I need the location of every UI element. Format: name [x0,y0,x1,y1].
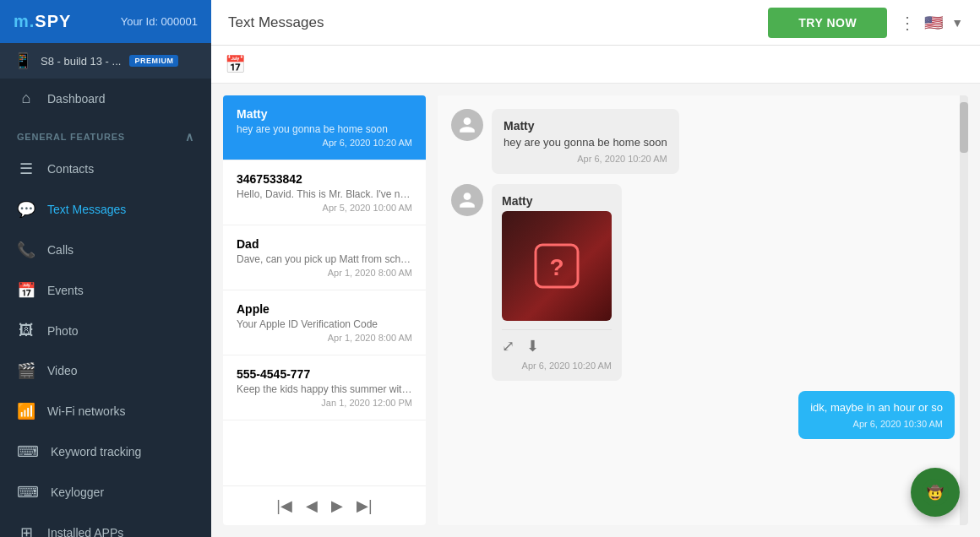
keylogger-label: Keylogger [51,485,104,499]
bubble-text: idk, maybe in an hour or so [810,401,943,414]
sidebar-item-installed-apps[interactable]: ⊞ Installed APPs [0,513,211,537]
chevron-down-icon[interactable]: ▼ [951,16,963,30]
chat-bubble-sent: idk, maybe in an hour or so Apr 6, 2020 … [798,391,955,439]
chat-icon: 💬 [17,200,35,219]
first-page-button[interactable]: |◀ [273,495,296,517]
message-time: Apr 6, 2020 10:20 AM [237,138,412,148]
chat-scroll: Matty hey are you gonna be home soon Apr… [438,95,968,525]
keyboard-icon: ⌨ [17,442,39,461]
message-bubble-row: Matty ? ⤢ ⬇ [451,184,955,381]
top-bar-icons: ⋮ 🇺🇸 ▼ [899,13,963,33]
sidebar-item-keylogger[interactable]: ⌨ Keylogger [0,472,211,513]
top-bar: Text Messages TRY NOW ⋮ 🇺🇸 ▼ [211,0,980,46]
message-bubble-row: Matty hey are you gonna be home soon Apr… [451,109,955,174]
sidebar-item-wifi[interactable]: 📶 Wi-Fi networks [0,391,211,431]
bubble-text: hey are you gonna be home soon [504,136,667,149]
svg-text:?: ? [549,254,564,280]
support-button[interactable]: 🤠 [911,468,960,517]
contacts-icon: ☰ [17,160,35,178]
wifi-label: Wi-Fi networks [47,404,126,418]
message-preview: Hello, David. This is Mr. Black. I've no… [237,188,412,200]
video-label: Video [47,364,78,377]
photo-icon: 🖼 [17,322,35,339]
next-page-button[interactable]: ▶ [328,495,346,517]
sidebar-item-events[interactable]: 📅 Events [0,270,211,311]
message-list: Matty hey are you gonna be home soon Apr… [223,95,426,525]
bubble-time: Apr 6, 2020 10:20 AM [504,154,667,164]
sidebar-item-photo[interactable]: 🖼 Photo [0,311,211,350]
message-preview: Keep the kids happy this summer with ... [237,383,412,395]
list-item[interactable]: 555-4545-777 Keep the kids happy this su… [223,355,426,420]
video-icon: 🎬 [17,361,35,380]
content-wrapper: 📅 Matty hey are you gonna be home soon A… [211,46,980,537]
expand-button[interactable]: ⤢ [502,337,514,355]
sidebar-item-keyword-tracking[interactable]: ⌨ Keyword tracking [0,431,211,472]
app-logo: m.SPY [14,12,71,31]
sidebar-item-calls[interactable]: 📞 Calls [0,230,211,270]
keylogger-icon: ⌨ [17,483,39,502]
sidebar-item-contacts[interactable]: ☰ Contacts [0,149,211,189]
message-preview: hey are you gonna be home soon [237,123,412,135]
sidebar: m.SPY Your Id: 000001 📱 S8 - build 13 - … [0,0,211,537]
download-button[interactable]: ⬇ [526,337,539,355]
keyword-tracking-label: Keyword tracking [51,445,141,458]
contacts-label: Contacts [47,162,94,176]
message-sender: Dad [237,237,412,251]
section-general-features: GENERAL FEATURES ∧ [0,118,211,149]
home-icon: ⌂ [17,90,35,107]
message-preview: Your Apple ID Verification Code [237,318,412,330]
chevron-up-icon: ∧ [185,130,194,144]
pagination: |◀ ◀ ▶ ▶| [223,485,426,525]
chat-panel: Matty hey are you gonna be home soon Apr… [438,95,968,525]
sidebar-item-text-messages[interactable]: 💬 Text Messages [0,189,211,230]
scrollbar-track [960,95,968,525]
message-time: Apr 1, 2020 8:00 AM [237,333,412,343]
calendar-filter-button[interactable]: 📅 [225,54,246,74]
last-page-button[interactable]: ▶| [353,495,376,517]
events-label: Events [47,284,84,297]
list-item[interactable]: Dad Dave, can you pick up Matt from scho… [223,225,426,290]
bubble-sender: Matty [504,119,667,133]
text-messages-label: Text Messages [47,203,126,216]
page-title: Text Messages [228,14,324,31]
sidebar-item-dashboard[interactable]: ⌂ Dashboard [0,79,211,118]
scrollbar-thumb[interactable] [960,102,968,153]
sidebar-item-video[interactable]: 🎬 Video [0,350,211,391]
flag-us-icon[interactable]: 🇺🇸 [924,14,943,32]
bubble-time: Apr 6, 2020 10:20 AM [502,361,612,371]
chat-bubble-media: Matty ? ⤢ ⬇ [492,184,622,381]
message-sender: 3467533842 [237,172,412,186]
message-sender: Apple [237,302,412,316]
try-now-button[interactable]: TRY NOW [768,8,887,38]
prev-page-button[interactable]: ◀ [302,495,321,517]
main-content: Text Messages TRY NOW ⋮ 🇺🇸 ▼ 📅 Matty hey… [211,0,980,537]
sidebar-header: m.SPY Your Id: 000001 [0,0,211,43]
bubble-time: Apr 6, 2020 10:30 AM [810,419,943,429]
device-name: S8 - build 13 - ... [41,55,121,68]
list-item[interactable]: Matty hey are you gonna be home soon Apr… [223,95,426,160]
media-actions: ⤢ ⬇ [502,329,612,355]
top-bar-right: TRY NOW ⋮ 🇺🇸 ▼ [768,8,963,38]
avatar [451,109,483,141]
more-options-icon[interactable]: ⋮ [899,13,916,33]
list-item[interactable]: 3467533842 Hello, David. This is Mr. Bla… [223,160,426,225]
messages-panel: Matty hey are you gonna be home soon Apr… [211,84,980,537]
apps-icon: ⊞ [17,523,35,537]
premium-badge: PREMIUM [129,55,178,67]
calendar-bar: 📅 [211,46,980,84]
list-item[interactable]: Apple Your Apple ID Verification Code Ap… [223,290,426,355]
chat-bubble: Matty hey are you gonna be home soon Apr… [492,109,679,174]
bubble-sender: Matty [502,194,612,208]
message-preview: Dave, can you pick up Matt from schoo... [237,253,412,265]
wifi-icon: 📶 [17,402,35,420]
calls-label: Calls [47,243,74,257]
device-bar: 📱 S8 - build 13 - ... PREMIUM [0,43,211,79]
media-image: ? [502,211,612,321]
phone-icon: 📞 [17,241,35,259]
photo-label: Photo [47,324,79,338]
installed-apps-label: Installed APPs [47,526,123,537]
android-icon: 📱 [14,52,32,70]
calendar-icon: 📅 [17,281,35,300]
message-time: Jan 1, 2020 12:00 PM [237,398,412,408]
message-time: Apr 5, 2020 10:00 AM [237,203,412,213]
